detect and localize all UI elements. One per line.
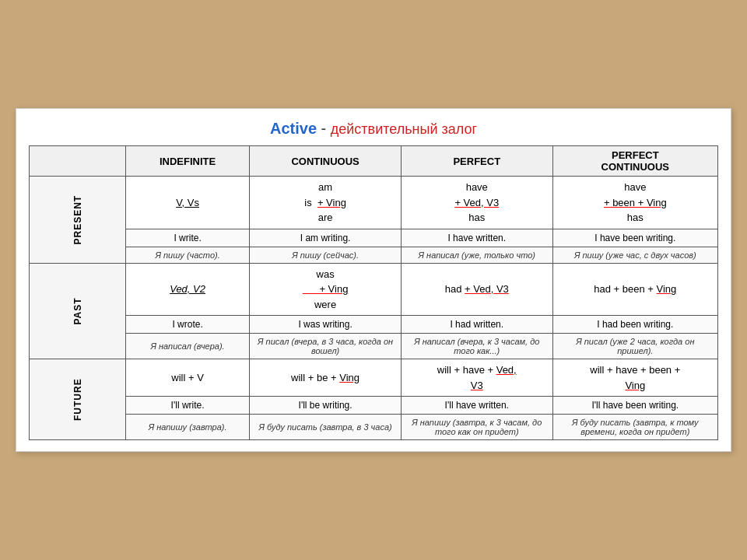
past-continuous-russian: Я писал (вчера, в 3 часа, когда он вошел…: [250, 334, 402, 359]
header-continuous: CONTINUOUS: [250, 146, 402, 177]
present-indefinite-formula: V, Vs: [125, 177, 249, 229]
title-active: Active: [270, 120, 317, 137]
past-perfect-formula: had + Ved, V3: [401, 263, 552, 316]
present-perfect-continuous-russian: Я пишу (уже час, с двух часов): [552, 247, 717, 263]
present-continuous-russian: Я пишу (сейчас).: [250, 247, 402, 263]
past-perfect-russian: Я написал (вчера, к 3 часам, до того как…: [401, 334, 552, 359]
future-perfect-formula: will + have + Ved, V3: [401, 359, 552, 397]
future-perfect-continuous-formula: will + have + been +Ving: [552, 359, 717, 397]
present-label: PRESENT: [30, 177, 126, 264]
header-perfect: PERFECT: [401, 146, 552, 177]
title-dash: -: [317, 120, 331, 137]
title-russian: действительный залог: [331, 121, 477, 137]
past-perfect-continuous-example: I had been writing.: [552, 316, 717, 334]
header-tense: [30, 146, 126, 177]
past-perfect-example: I had written.: [401, 316, 552, 334]
future-perfect-continuous-russian: Я буду писать (завтра, к тому времени, к…: [552, 415, 717, 440]
present-perfect-continuous-example: I have been writing.: [552, 229, 717, 247]
present-perfect-russian: Я написал (уже, только что): [401, 247, 552, 263]
future-continuous-example: I'll be writing.: [250, 397, 402, 415]
past-continuous-example: I was writing.: [250, 316, 402, 334]
header-perfect-continuous: PERFECTCONTINUOUS: [552, 146, 717, 177]
future-continuous-formula: will + be + Ving: [250, 359, 402, 397]
past-perfect-continuous-russian: Я писал (уже 2 часа, когда он пришел).: [552, 334, 717, 359]
past-continuous-formula: was + Ving were: [250, 263, 402, 316]
present-continuous-example: I am writing.: [250, 229, 402, 247]
future-perfect-continuous-example: I'll have been writing.: [552, 397, 717, 415]
past-indefinite-example: I wrote.: [125, 316, 249, 334]
header-indefinite: INDEFINITE: [125, 146, 249, 177]
future-indefinite-russian: Я напишу (завтра).: [125, 415, 249, 440]
present-continuous-formula: am is + Ving are: [250, 177, 402, 229]
future-perfect-russian: Я напишу (завтра, к 3 часам, до того как…: [401, 415, 552, 440]
present-indefinite-russian: Я пишу (часто).: [125, 247, 249, 263]
present-perfect-continuous-formula: have + been + Ving has: [552, 177, 717, 229]
future-indefinite-example: I'll write.: [125, 397, 249, 415]
page-container: Active - действительный залог INDEFINITE…: [16, 108, 731, 452]
present-indefinite-example: I write.: [125, 229, 249, 247]
present-perfect-formula: have + Ved, V3 has: [401, 177, 552, 229]
future-perfect-example: I'll have written.: [401, 397, 552, 415]
present-perfect-example: I have written.: [401, 229, 552, 247]
grammar-table: INDEFINITE CONTINUOUS PERFECT PERFECTCON…: [29, 145, 718, 440]
past-label: PAST: [30, 263, 126, 359]
future-continuous-russian: Я буду писать (завтра, в 3 часа): [250, 415, 402, 440]
past-indefinite-formula: Ved, V2: [125, 263, 249, 316]
page-title: Active - действительный залог: [29, 120, 718, 138]
past-indefinite-russian: Я написал (вчера).: [125, 334, 249, 359]
future-indefinite-formula: will + V: [125, 359, 249, 397]
past-perfect-continuous-formula: had + been + Ving: [552, 263, 717, 316]
future-label: FUTURE: [30, 359, 126, 440]
